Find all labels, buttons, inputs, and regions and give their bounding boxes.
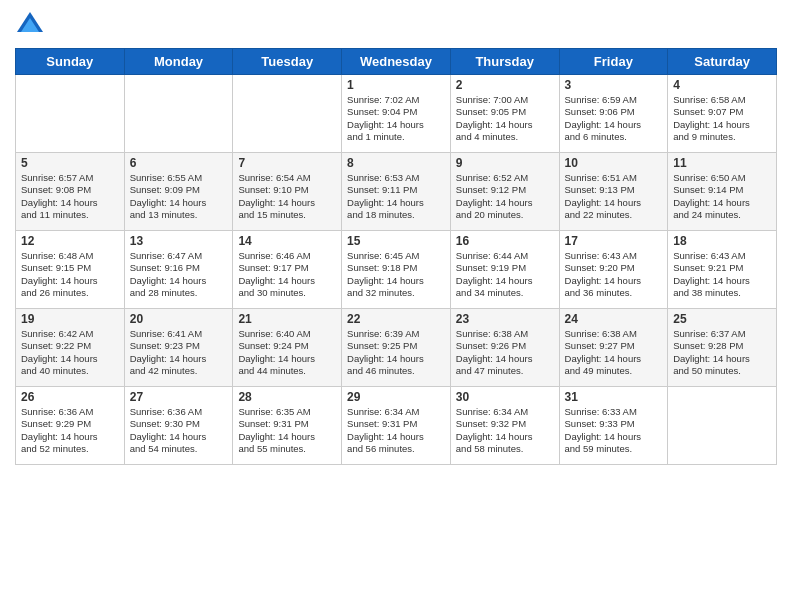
day-number: 29 bbox=[347, 390, 445, 404]
day-header-thursday: Thursday bbox=[450, 49, 559, 75]
calendar-cell: 23Sunrise: 6:38 AM Sunset: 9:26 PM Dayli… bbox=[450, 309, 559, 387]
calendar-cell: 21Sunrise: 6:40 AM Sunset: 9:24 PM Dayli… bbox=[233, 309, 342, 387]
cell-content: Sunrise: 6:35 AM Sunset: 9:31 PM Dayligh… bbox=[238, 406, 336, 455]
calendar-cell: 2Sunrise: 7:00 AM Sunset: 9:05 PM Daylig… bbox=[450, 75, 559, 153]
calendar-cell: 29Sunrise: 6:34 AM Sunset: 9:31 PM Dayli… bbox=[342, 387, 451, 465]
header bbox=[15, 10, 777, 40]
day-number: 23 bbox=[456, 312, 554, 326]
calendar-week-1: 1Sunrise: 7:02 AM Sunset: 9:04 PM Daylig… bbox=[16, 75, 777, 153]
cell-content: Sunrise: 6:38 AM Sunset: 9:27 PM Dayligh… bbox=[565, 328, 663, 377]
calendar-cell: 14Sunrise: 6:46 AM Sunset: 9:17 PM Dayli… bbox=[233, 231, 342, 309]
cell-content: Sunrise: 6:59 AM Sunset: 9:06 PM Dayligh… bbox=[565, 94, 663, 143]
day-number: 27 bbox=[130, 390, 228, 404]
calendar-cell: 28Sunrise: 6:35 AM Sunset: 9:31 PM Dayli… bbox=[233, 387, 342, 465]
cell-content: Sunrise: 6:34 AM Sunset: 9:31 PM Dayligh… bbox=[347, 406, 445, 455]
cell-content: Sunrise: 7:00 AM Sunset: 9:05 PM Dayligh… bbox=[456, 94, 554, 143]
day-number: 7 bbox=[238, 156, 336, 170]
cell-content: Sunrise: 6:43 AM Sunset: 9:21 PM Dayligh… bbox=[673, 250, 771, 299]
day-number: 19 bbox=[21, 312, 119, 326]
calendar-cell bbox=[668, 387, 777, 465]
cell-content: Sunrise: 6:36 AM Sunset: 9:29 PM Dayligh… bbox=[21, 406, 119, 455]
cell-content: Sunrise: 6:34 AM Sunset: 9:32 PM Dayligh… bbox=[456, 406, 554, 455]
calendar-table: SundayMondayTuesdayWednesdayThursdayFrid… bbox=[15, 48, 777, 465]
cell-content: Sunrise: 6:52 AM Sunset: 9:12 PM Dayligh… bbox=[456, 172, 554, 221]
day-number: 13 bbox=[130, 234, 228, 248]
cell-content: Sunrise: 6:43 AM Sunset: 9:20 PM Dayligh… bbox=[565, 250, 663, 299]
day-header-tuesday: Tuesday bbox=[233, 49, 342, 75]
calendar-cell: 11Sunrise: 6:50 AM Sunset: 9:14 PM Dayli… bbox=[668, 153, 777, 231]
calendar-cell: 19Sunrise: 6:42 AM Sunset: 9:22 PM Dayli… bbox=[16, 309, 125, 387]
day-number: 15 bbox=[347, 234, 445, 248]
day-number: 2 bbox=[456, 78, 554, 92]
day-number: 3 bbox=[565, 78, 663, 92]
calendar-cell: 5Sunrise: 6:57 AM Sunset: 9:08 PM Daylig… bbox=[16, 153, 125, 231]
calendar-header-row: SundayMondayTuesdayWednesdayThursdayFrid… bbox=[16, 49, 777, 75]
calendar-cell: 3Sunrise: 6:59 AM Sunset: 9:06 PM Daylig… bbox=[559, 75, 668, 153]
day-header-saturday: Saturday bbox=[668, 49, 777, 75]
day-number: 9 bbox=[456, 156, 554, 170]
day-number: 4 bbox=[673, 78, 771, 92]
cell-content: Sunrise: 6:51 AM Sunset: 9:13 PM Dayligh… bbox=[565, 172, 663, 221]
calendar-cell bbox=[16, 75, 125, 153]
calendar-cell: 20Sunrise: 6:41 AM Sunset: 9:23 PM Dayli… bbox=[124, 309, 233, 387]
cell-content: Sunrise: 6:53 AM Sunset: 9:11 PM Dayligh… bbox=[347, 172, 445, 221]
cell-content: Sunrise: 6:55 AM Sunset: 9:09 PM Dayligh… bbox=[130, 172, 228, 221]
day-number: 12 bbox=[21, 234, 119, 248]
cell-content: Sunrise: 6:44 AM Sunset: 9:19 PM Dayligh… bbox=[456, 250, 554, 299]
day-header-friday: Friday bbox=[559, 49, 668, 75]
cell-content: Sunrise: 6:58 AM Sunset: 9:07 PM Dayligh… bbox=[673, 94, 771, 143]
calendar-cell: 12Sunrise: 6:48 AM Sunset: 9:15 PM Dayli… bbox=[16, 231, 125, 309]
calendar-cell: 6Sunrise: 6:55 AM Sunset: 9:09 PM Daylig… bbox=[124, 153, 233, 231]
calendar-cell: 15Sunrise: 6:45 AM Sunset: 9:18 PM Dayli… bbox=[342, 231, 451, 309]
calendar-cell: 10Sunrise: 6:51 AM Sunset: 9:13 PM Dayli… bbox=[559, 153, 668, 231]
day-number: 14 bbox=[238, 234, 336, 248]
day-number: 1 bbox=[347, 78, 445, 92]
day-number: 17 bbox=[565, 234, 663, 248]
calendar-cell: 22Sunrise: 6:39 AM Sunset: 9:25 PM Dayli… bbox=[342, 309, 451, 387]
cell-content: Sunrise: 6:54 AM Sunset: 9:10 PM Dayligh… bbox=[238, 172, 336, 221]
calendar-cell: 25Sunrise: 6:37 AM Sunset: 9:28 PM Dayli… bbox=[668, 309, 777, 387]
day-number: 10 bbox=[565, 156, 663, 170]
cell-content: Sunrise: 6:38 AM Sunset: 9:26 PM Dayligh… bbox=[456, 328, 554, 377]
day-number: 31 bbox=[565, 390, 663, 404]
calendar-cell: 8Sunrise: 6:53 AM Sunset: 9:11 PM Daylig… bbox=[342, 153, 451, 231]
calendar-cell: 18Sunrise: 6:43 AM Sunset: 9:21 PM Dayli… bbox=[668, 231, 777, 309]
day-number: 21 bbox=[238, 312, 336, 326]
cell-content: Sunrise: 6:33 AM Sunset: 9:33 PM Dayligh… bbox=[565, 406, 663, 455]
day-number: 8 bbox=[347, 156, 445, 170]
day-number: 6 bbox=[130, 156, 228, 170]
day-header-sunday: Sunday bbox=[16, 49, 125, 75]
day-number: 18 bbox=[673, 234, 771, 248]
cell-content: Sunrise: 7:02 AM Sunset: 9:04 PM Dayligh… bbox=[347, 94, 445, 143]
calendar-cell: 17Sunrise: 6:43 AM Sunset: 9:20 PM Dayli… bbox=[559, 231, 668, 309]
calendar-cell: 27Sunrise: 6:36 AM Sunset: 9:30 PM Dayli… bbox=[124, 387, 233, 465]
calendar-cell: 30Sunrise: 6:34 AM Sunset: 9:32 PM Dayli… bbox=[450, 387, 559, 465]
day-number: 11 bbox=[673, 156, 771, 170]
day-header-monday: Monday bbox=[124, 49, 233, 75]
day-number: 30 bbox=[456, 390, 554, 404]
day-number: 25 bbox=[673, 312, 771, 326]
cell-content: Sunrise: 6:41 AM Sunset: 9:23 PM Dayligh… bbox=[130, 328, 228, 377]
day-number: 20 bbox=[130, 312, 228, 326]
day-number: 28 bbox=[238, 390, 336, 404]
calendar-week-2: 5Sunrise: 6:57 AM Sunset: 9:08 PM Daylig… bbox=[16, 153, 777, 231]
day-number: 16 bbox=[456, 234, 554, 248]
logo-icon bbox=[15, 10, 45, 40]
calendar-cell: 31Sunrise: 6:33 AM Sunset: 9:33 PM Dayli… bbox=[559, 387, 668, 465]
cell-content: Sunrise: 6:57 AM Sunset: 9:08 PM Dayligh… bbox=[21, 172, 119, 221]
calendar-week-5: 26Sunrise: 6:36 AM Sunset: 9:29 PM Dayli… bbox=[16, 387, 777, 465]
day-number: 26 bbox=[21, 390, 119, 404]
day-header-wednesday: Wednesday bbox=[342, 49, 451, 75]
calendar-cell: 13Sunrise: 6:47 AM Sunset: 9:16 PM Dayli… bbox=[124, 231, 233, 309]
cell-content: Sunrise: 6:47 AM Sunset: 9:16 PM Dayligh… bbox=[130, 250, 228, 299]
calendar-cell: 16Sunrise: 6:44 AM Sunset: 9:19 PM Dayli… bbox=[450, 231, 559, 309]
calendar-cell: 26Sunrise: 6:36 AM Sunset: 9:29 PM Dayli… bbox=[16, 387, 125, 465]
calendar-week-4: 19Sunrise: 6:42 AM Sunset: 9:22 PM Dayli… bbox=[16, 309, 777, 387]
cell-content: Sunrise: 6:36 AM Sunset: 9:30 PM Dayligh… bbox=[130, 406, 228, 455]
day-number: 5 bbox=[21, 156, 119, 170]
calendar-cell bbox=[124, 75, 233, 153]
day-number: 24 bbox=[565, 312, 663, 326]
calendar-cell: 24Sunrise: 6:38 AM Sunset: 9:27 PM Dayli… bbox=[559, 309, 668, 387]
calendar-cell: 7Sunrise: 6:54 AM Sunset: 9:10 PM Daylig… bbox=[233, 153, 342, 231]
cell-content: Sunrise: 6:48 AM Sunset: 9:15 PM Dayligh… bbox=[21, 250, 119, 299]
